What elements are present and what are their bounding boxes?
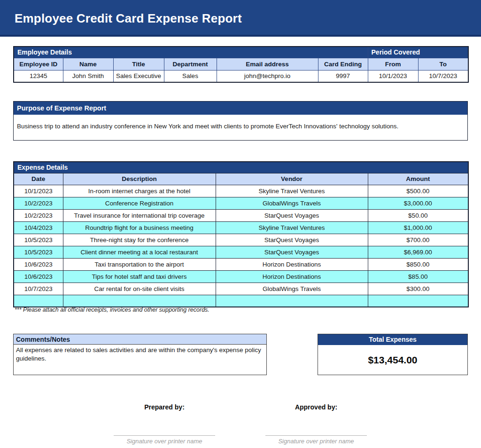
prepared-signature-line	[114, 435, 215, 436]
to-value: 10/7/2023	[418, 70, 468, 82]
expense-vendor-cell	[216, 295, 368, 307]
expense-description-cell: Client dinner meeting at a local restaur…	[63, 246, 216, 258]
total-expenses-section: Total Expenses $13,454.00	[318, 334, 468, 375]
expense-details-section-header: Expense Details	[14, 162, 468, 173]
name-header: Name	[63, 58, 113, 70]
expense-date-cell: 10/2/2023	[14, 197, 63, 209]
department-value: Sales	[164, 70, 217, 82]
approved-by-block: Approved by: Signature over printer name	[265, 403, 367, 445]
email-header: Email address	[217, 58, 318, 70]
expense-vendor-cell: StarQuest Voyages	[216, 246, 368, 258]
expense-vendor-cell: Skyline Travel Ventures	[216, 221, 368, 234]
expense-date-cell: 10/7/2023	[14, 283, 63, 295]
expense-amount-cell: $85.00	[368, 270, 468, 283]
to-header: To	[418, 58, 468, 70]
email-value: john@techpro.io	[217, 70, 318, 82]
page-title: Employee Credit Card Expense Report	[0, 0, 481, 26]
purpose-section: Purpose of Expense Report Business trip …	[13, 101, 468, 141]
purpose-text: Business trip to attend an industry conf…	[14, 115, 467, 140]
expense-row: 10/5/2023 Three-night stay for the confe…	[14, 234, 468, 246]
expense-vendor-cell: GlobalWings Travels	[216, 283, 368, 295]
expense-row: 10/5/2023 Client dinner meeting at a loc…	[14, 246, 468, 258]
expense-date-cell: 10/1/2023	[14, 185, 63, 197]
expense-date-cell: 10/4/2023	[14, 221, 63, 234]
title-header: Title	[113, 58, 164, 70]
comments-text: All expenses are related to sales activi…	[14, 345, 266, 363]
expense-report-page: Employee Credit Card Expense Report Empl…	[0, 0, 481, 448]
card-ending-header: Card Ending	[318, 58, 368, 70]
expense-row: 10/6/2023 Tips for hotel staff and taxi …	[14, 270, 468, 283]
employee-details-table: Employee Details Period Covered Employee…	[13, 46, 469, 83]
expense-date-cell: 10/6/2023	[14, 258, 63, 270]
expense-amount-cell: $700.00	[368, 234, 468, 246]
approved-signature-line	[265, 435, 367, 436]
expense-vendor-cell: StarQuest Voyages	[216, 234, 368, 246]
expense-row: 10/2/2023 Conference Registration Global…	[14, 197, 468, 209]
report-title-banner: Employee Credit Card Expense Report	[0, 0, 481, 37]
expense-date-cell: 10/5/2023	[14, 246, 63, 258]
expense-date-cell	[14, 295, 63, 307]
expense-description-cell: Roundtrip flight for a business meeting	[63, 221, 216, 234]
expense-amount-cell	[368, 295, 468, 307]
expense-amount-cell: $850.00	[368, 258, 468, 270]
expense-description-cell: Conference Registration	[63, 197, 216, 209]
card-ending-value: 9997	[318, 70, 368, 82]
expense-row: 10/1/2023 In-room internet charges at th…	[14, 185, 468, 197]
employee-id-value: 12345	[14, 70, 63, 82]
total-expenses-value: $13,454.00	[318, 345, 467, 375]
employee-details-section-header: Employee Details	[14, 47, 368, 58]
expense-amount-cell: $1,000.00	[368, 221, 468, 234]
employee-data-row: 12345 John Smith Sales Executive Sales j…	[14, 70, 468, 82]
expense-description-cell: Three-night stay for the conference	[63, 234, 216, 246]
expense-vendor-cell: Horizon Destinations	[216, 258, 368, 270]
prepared-by-block: Prepared by: Signature over printer name	[114, 403, 215, 445]
expense-row: 10/6/2023 Taxi transportation to the air…	[14, 258, 468, 270]
expense-vendor-cell: GlobalWings Travels	[216, 197, 368, 209]
expense-description-cell: In-room internet charges at the hotel	[63, 185, 216, 197]
approved-signature-caption: Signature over printer name	[265, 438, 367, 445]
purpose-section-header: Purpose of Expense Report	[14, 102, 467, 115]
employee-id-header: Employee ID	[14, 58, 63, 70]
expense-description-cell: Travel insurance for international trip …	[63, 209, 216, 221]
receipts-note: *** Please attach all official receipts,…	[15, 307, 209, 313]
from-value: 10/1/2023	[368, 70, 418, 82]
date-header: Date	[14, 173, 63, 185]
comments-section: Comments/Notes All expenses are related …	[13, 334, 267, 375]
expense-amount-cell: $50.00	[368, 209, 468, 221]
expense-amount-cell: $3,000.00	[368, 197, 468, 209]
expense-details-table: Expense Details Date Description Vendor …	[13, 161, 469, 307]
expense-amount-cell: $6,969.00	[368, 246, 468, 258]
expense-date-cell: 10/5/2023	[14, 234, 63, 246]
period-covered-section-header: Period Covered	[368, 47, 468, 58]
expense-description-cell: Car rental for on-site client visits	[63, 283, 216, 295]
approved-by-label: Approved by:	[265, 403, 367, 411]
name-value: John Smith	[63, 70, 113, 82]
title-value: Sales Executive	[113, 70, 164, 82]
expense-row-empty	[14, 295, 468, 307]
amount-header: Amount	[368, 173, 468, 185]
prepared-signature-caption: Signature over printer name	[114, 438, 215, 445]
expense-description-cell: Taxi transportation to the airport	[63, 258, 216, 270]
department-header: Department	[164, 58, 217, 70]
expense-date-cell: 10/2/2023	[14, 209, 63, 221]
comments-section-header: Comments/Notes	[14, 334, 266, 345]
expense-amount-cell: $500.00	[368, 185, 468, 197]
expense-row: 10/2/2023 Travel insurance for internati…	[14, 209, 468, 221]
expense-vendor-cell: Horizon Destinations	[216, 270, 368, 283]
expense-amount-cell: $300.00	[368, 283, 468, 295]
expense-description-cell: Tips for hotel staff and taxi drivers	[63, 270, 216, 283]
expense-row: 10/4/2023 Roundtrip flight for a busines…	[14, 221, 468, 234]
prepared-by-label: Prepared by:	[114, 403, 215, 411]
expense-row: 10/7/2023 Car rental for on-site client …	[14, 283, 468, 295]
expense-date-cell: 10/6/2023	[14, 270, 63, 283]
total-expenses-header: Total Expenses	[318, 334, 467, 345]
from-header: From	[368, 58, 418, 70]
expense-vendor-cell: Skyline Travel Ventures	[216, 185, 368, 197]
description-header: Description	[63, 173, 216, 185]
vendor-header: Vendor	[216, 173, 368, 185]
expense-vendor-cell: StarQuest Voyages	[216, 209, 368, 221]
expense-description-cell	[63, 295, 216, 307]
